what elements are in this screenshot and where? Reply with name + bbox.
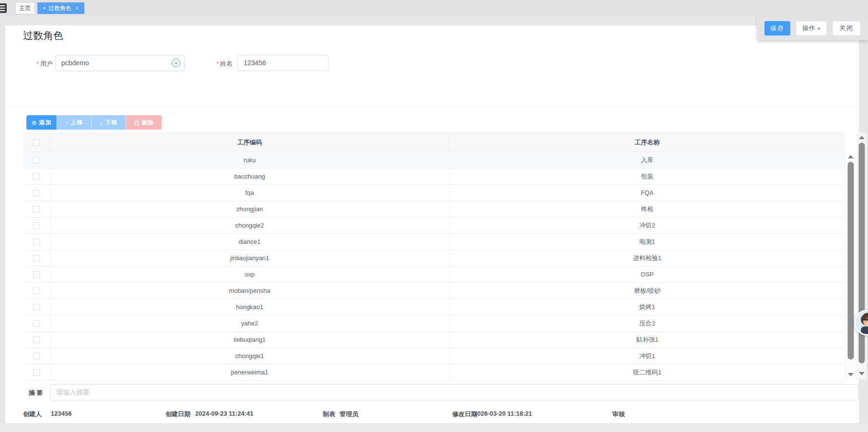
- row-checkbox-cell: [23, 348, 50, 364]
- cell-process-code: ruku: [50, 152, 449, 168]
- cell-process-name: 包装: [449, 168, 845, 184]
- row-checkbox[interactable]: [33, 320, 40, 327]
- active-dot-icon: ●: [43, 6, 46, 10]
- tab-home-label: 主页: [19, 4, 31, 12]
- scroll-up-icon[interactable]: [859, 136, 865, 139]
- move-down-button[interactable]: ↓ 下移: [91, 115, 126, 130]
- row-checkbox[interactable]: [33, 369, 40, 376]
- tab-home[interactable]: 主页: [15, 2, 35, 14]
- cell-process-code: yahe2: [50, 315, 449, 331]
- add-button[interactable]: ⊕ 添加: [26, 115, 57, 130]
- user-input[interactable]: [55, 55, 185, 71]
- tabulator-value: 管理员: [340, 410, 358, 419]
- summary-input[interactable]: [50, 384, 858, 400]
- arrow-up-icon: ↑: [65, 119, 69, 126]
- table-row[interactable]: chongqie1冲切1: [23, 348, 845, 364]
- cell-process-name: OSP: [449, 266, 845, 282]
- plus-circle-icon: ⊕: [32, 119, 37, 126]
- row-checkbox-cell: [23, 266, 50, 282]
- collapse-menu-icon[interactable]: [0, 3, 7, 13]
- created-date-value: 2024-09-23 11:24:41: [195, 410, 253, 417]
- cell-process-code: fqa: [50, 185, 449, 201]
- table-row[interactable]: diance1电测1: [23, 234, 845, 250]
- row-checkbox-cell: [23, 315, 50, 331]
- table-row[interactable]: yahe2压合2: [23, 315, 845, 332]
- add-label: 添加: [39, 119, 51, 127]
- scroll-down-icon[interactable]: [848, 373, 854, 376]
- table-row[interactable]: fqaFQA: [23, 185, 845, 201]
- operation-label: 操作: [802, 24, 816, 33]
- table-row[interactable]: ospOSP: [23, 266, 845, 283]
- table-row[interactable]: zhongjian终检: [23, 201, 845, 217]
- cell-process-name: 入库: [449, 152, 845, 168]
- row-checkbox[interactable]: [33, 304, 40, 311]
- page-title: 过数角色: [23, 29, 63, 42]
- row-checkbox[interactable]: [33, 288, 40, 294]
- table-header: 工序编码 工序名称: [23, 133, 845, 152]
- delete-button[interactable]: 删除: [126, 115, 162, 130]
- row-checkbox[interactable]: [33, 239, 40, 245]
- tab-active[interactable]: ● 过数角色 ×: [37, 2, 84, 14]
- tab-active-label: 过数角色: [48, 4, 71, 12]
- cell-process-code: diance1: [50, 234, 449, 250]
- tab-bar: 主页 ● 过数角色 ×: [0, 0, 868, 16]
- operation-dropdown-button[interactable]: 操作 ▾: [796, 21, 827, 36]
- tab-close-icon[interactable]: ×: [75, 5, 79, 12]
- user-field-label: *用户: [36, 60, 53, 68]
- row-checkbox[interactable]: [33, 222, 40, 229]
- name-field-label: *姓名: [216, 60, 233, 68]
- grid-toolbar: ⊕ 添加 ↑ 上移 ↓ 下移 删除: [26, 115, 162, 130]
- bottom-strip: [0, 424, 868, 432]
- row-checkbox-cell: [23, 201, 50, 217]
- row-checkbox-cell: [23, 234, 50, 250]
- save-button[interactable]: 保存: [764, 21, 790, 36]
- row-checkbox[interactable]: [33, 336, 40, 343]
- panel-scrollbar[interactable]: [856, 133, 867, 379]
- row-checkbox[interactable]: [33, 190, 40, 196]
- cell-process-name: 冲切2: [449, 217, 845, 233]
- table-row[interactable]: moban/pensha磨板/喷砂: [23, 283, 845, 299]
- cell-process-code: hongkao1: [50, 299, 449, 315]
- row-checkbox[interactable]: [33, 255, 40, 262]
- scroll-up-icon[interactable]: [848, 155, 854, 158]
- table-row[interactable]: chongqie2冲切2: [23, 217, 845, 234]
- row-checkbox-cell: [23, 217, 50, 233]
- row-checkbox[interactable]: [33, 206, 40, 213]
- table-row[interactable]: penerweima1喷二维码1: [23, 364, 845, 381]
- table-row[interactable]: jinliaojianyan1进料检验1: [23, 250, 845, 266]
- close-button[interactable]: 关闭: [833, 21, 860, 36]
- cell-process-name: 压合2: [449, 315, 845, 331]
- cell-process-code: jinliaojianyan1: [50, 250, 449, 266]
- select-all-checkbox[interactable]: [33, 139, 40, 146]
- row-checkbox-cell: [23, 283, 50, 299]
- name-input[interactable]: [237, 55, 328, 71]
- user-picker-plus-icon[interactable]: +: [172, 59, 180, 67]
- select-all-cell: [23, 133, 50, 152]
- summary-label: 摘 要: [29, 389, 43, 397]
- row-checkbox[interactable]: [33, 353, 40, 360]
- cell-process-code: chongqie1: [50, 348, 449, 364]
- table-scrollbar[interactable]: [845, 152, 856, 379]
- action-toolbar: 保存 操作 ▾ 关闭: [757, 16, 868, 40]
- table-row[interactable]: tiebuqiang1贴补强1: [23, 332, 845, 348]
- row-checkbox-cell: [23, 152, 50, 168]
- row-checkbox[interactable]: [33, 173, 40, 180]
- cell-process-code: zhongjian: [50, 201, 449, 217]
- row-checkbox-cell: [23, 168, 50, 184]
- move-up-button[interactable]: ↑ 上移: [57, 115, 91, 130]
- cell-process-name: 终检: [449, 201, 845, 217]
- scroll-down-icon[interactable]: [859, 372, 865, 375]
- cell-process-code: chongqie2: [50, 217, 449, 233]
- table-row[interactable]: hongkao1烘烤1: [23, 299, 845, 315]
- table-row[interactable]: baozhuang包装: [23, 168, 845, 185]
- required-mark: *: [36, 60, 39, 67]
- cell-process-code: tiebuqiang1: [50, 332, 449, 348]
- row-checkbox[interactable]: [33, 271, 40, 278]
- table-row[interactable]: ruku入库: [23, 152, 845, 168]
- cell-process-name: 烘烤1: [449, 299, 845, 315]
- trash-icon: [134, 120, 140, 126]
- table-scrollbar-thumb[interactable]: [847, 162, 854, 360]
- row-checkbox[interactable]: [33, 157, 40, 164]
- created-date-label: 创建日期: [165, 410, 190, 419]
- tabulator-label: 制表: [323, 410, 335, 419]
